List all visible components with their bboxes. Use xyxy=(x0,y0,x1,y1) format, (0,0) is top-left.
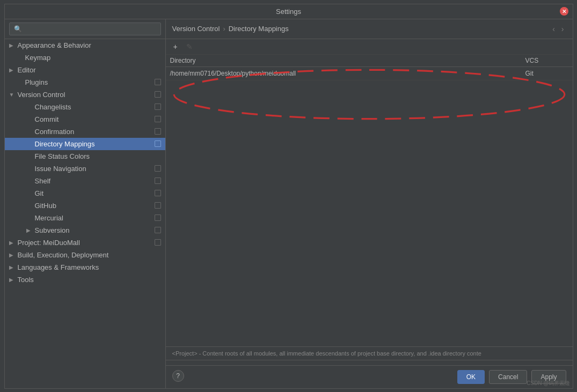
nav-forward-button[interactable]: › xyxy=(559,24,566,34)
add-button[interactable]: + xyxy=(170,41,181,52)
breadcrumb-separator: › xyxy=(223,25,225,33)
sidebar-item-subversion[interactable]: ▶ Subversion xyxy=(5,224,165,236)
sidebar-item-label: Mercurial xyxy=(35,214,151,222)
horizontal-scrollbar[interactable] xyxy=(166,360,573,365)
expand-icon: ▶ xyxy=(9,240,17,246)
breadcrumb-current: Directory Mappings xyxy=(229,25,289,33)
main-content: ▶ Appearance & Behavior Keymap ▶ Editor … xyxy=(5,19,573,388)
footer-hint: <Project> - Content roots of all modules… xyxy=(166,346,573,360)
sidebar-item-label: Version Control xyxy=(18,91,151,99)
column-header-directory: Directory xyxy=(170,57,525,64)
settings-icon xyxy=(155,79,161,85)
settings-icon xyxy=(155,215,161,221)
sidebar-item-shelf[interactable]: Shelf xyxy=(5,175,165,187)
sidebar-item-appearance[interactable]: ▶ Appearance & Behavior xyxy=(5,39,165,51)
breadcrumb-parent: Version Control xyxy=(172,25,220,33)
sidebar-item-mercurial[interactable]: Mercurial xyxy=(5,212,165,224)
sidebar-item-label: Changelists xyxy=(35,103,151,111)
sidebar-item-directory-mappings[interactable]: Directory Mappings xyxy=(5,138,165,150)
table-header: Directory VCS xyxy=(166,55,573,67)
sidebar-item-label: GitHub xyxy=(35,202,151,210)
title-bar: Settings ✕ xyxy=(5,4,573,19)
sidebar-item-label: File Status Colors xyxy=(35,152,161,160)
sidebar-item-label: Languages & Frameworks xyxy=(18,263,161,271)
cancel-button[interactable]: Cancel xyxy=(489,370,527,384)
expand-icon: ▶ xyxy=(9,252,17,258)
sidebar-item-languages[interactable]: ▶ Languages & Frameworks xyxy=(5,261,165,273)
expand-icon: ▶ xyxy=(26,227,34,233)
column-header-vcs: VCS xyxy=(525,57,568,64)
settings-icon xyxy=(155,227,161,233)
table-cell-directory: /home/mm0716/Desktop/python/meiduomall xyxy=(170,70,525,77)
sidebar-item-editor[interactable]: ▶ Editor xyxy=(5,64,165,76)
settings-icon xyxy=(155,202,161,209)
sidebar-item-github[interactable]: GitHub xyxy=(5,199,165,212)
help-button[interactable]: ? xyxy=(172,370,184,382)
table-area: Directory VCS /home/mm0716/Desktop/pytho… xyxy=(166,55,573,346)
sidebar-item-version-control[interactable]: ▼ Version Control xyxy=(5,88,165,101)
sidebar-item-label: Confirmation xyxy=(35,128,151,136)
watermark: CSDN @码界索隆 xyxy=(527,380,570,387)
settings-icon xyxy=(155,239,161,246)
expand-icon: ▼ xyxy=(9,92,17,98)
toolbar: + ✎ xyxy=(166,39,573,55)
sidebar-item-plugins[interactable]: Plugins xyxy=(5,76,165,88)
sidebar-item-changelists[interactable]: Changelists xyxy=(5,101,165,113)
sidebar-item-label: Shelf xyxy=(35,177,151,185)
sidebar-item-label: Project: MeiDuoMall xyxy=(18,239,151,247)
dialog-title: Settings xyxy=(276,8,301,16)
sidebar-item-label: Appearance & Behavior xyxy=(18,41,161,49)
sidebar-item-label: Subversion xyxy=(35,226,151,234)
sidebar-item-confirmation[interactable]: Confirmation xyxy=(5,125,165,138)
expand-icon: ▶ xyxy=(9,67,17,73)
settings-icon xyxy=(155,177,161,184)
table-cell-vcs: Git xyxy=(525,70,568,77)
sidebar-item-issue-navigation[interactable]: Issue Navigation xyxy=(5,162,165,175)
settings-icon xyxy=(155,128,161,135)
search-input[interactable] xyxy=(9,23,161,35)
annotation-overlay xyxy=(166,55,573,346)
breadcrumb-nav: ‹ › xyxy=(550,24,566,34)
expand-icon: ▶ xyxy=(9,264,17,270)
settings-icon xyxy=(155,140,161,147)
settings-icon xyxy=(155,116,161,122)
sidebar-item-label: Git xyxy=(35,189,151,197)
sidebar-item-git[interactable]: Git xyxy=(5,187,165,199)
main-panel: Version Control › Directory Mappings ‹ ›… xyxy=(166,19,573,388)
settings-icon xyxy=(155,103,161,110)
sidebar-item-label: Editor xyxy=(18,66,161,74)
breadcrumb: Version Control › Directory Mappings ‹ › xyxy=(166,19,573,39)
sidebar-item-label: Tools xyxy=(18,276,161,284)
close-button[interactable]: ✕ xyxy=(560,7,568,16)
sidebar-item-label: Build, Execution, Deployment xyxy=(18,251,161,259)
search-bar xyxy=(5,19,165,39)
sidebar-item-commit[interactable]: Commit xyxy=(5,113,165,125)
sidebar-item-project[interactable]: ▶ Project: MeiDuoMall xyxy=(5,236,165,249)
settings-icon xyxy=(155,165,161,172)
expand-icon: ▶ xyxy=(9,42,17,48)
sidebar-item-label: Issue Navigation xyxy=(35,165,151,173)
sidebar-item-tools[interactable]: ▶ Tools xyxy=(5,273,165,286)
sidebar-item-label: Commit xyxy=(35,115,151,123)
settings-dialog: Settings ✕ ▶ Appearance & Behavior Keyma… xyxy=(4,4,573,389)
action-bar: ? OK Cancel Apply xyxy=(166,365,573,388)
sidebar-item-label: Plugins xyxy=(25,78,151,86)
sidebar: ▶ Appearance & Behavior Keymap ▶ Editor … xyxy=(5,19,166,388)
ok-button[interactable]: OK xyxy=(457,370,485,384)
sidebar-item-file-status-colors[interactable]: File Status Colors xyxy=(5,150,165,162)
sidebar-item-label: Directory Mappings xyxy=(35,140,151,148)
table-row[interactable]: /home/mm0716/Desktop/python/meiduomall G… xyxy=(166,67,573,80)
nav-back-button[interactable]: ‹ xyxy=(550,24,557,34)
settings-icon xyxy=(155,91,161,98)
settings-icon xyxy=(155,190,161,196)
sidebar-item-label: Keymap xyxy=(25,54,161,62)
expand-icon: ▶ xyxy=(9,277,17,283)
edit-button[interactable]: ✎ xyxy=(183,41,196,52)
sidebar-item-keymap[interactable]: Keymap xyxy=(5,51,165,64)
sidebar-item-build[interactable]: ▶ Build, Execution, Deployment xyxy=(5,249,165,261)
